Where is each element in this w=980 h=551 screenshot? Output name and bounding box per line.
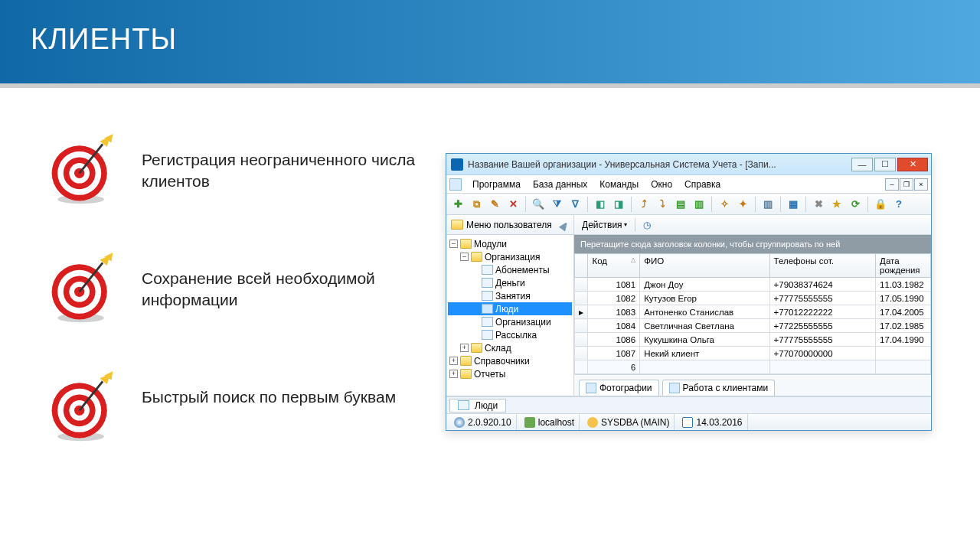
copy-icon[interactable]: ⧉ (468, 196, 485, 213)
bullet-list: Регистрация неограниченного числа клиент… (0, 88, 444, 490)
tree-node-Модули[interactable]: –Модули (448, 237, 572, 250)
tree-node-Абонементы[interactable]: Абонементы (448, 263, 572, 276)
page-icon (482, 317, 493, 327)
expand-icon[interactable] (471, 292, 479, 300)
main-toolbar: ✚⧉✎✕🔍⧩∇◧◨⤴⤵▤▥✧✦▥▦✖★⟳🔒? (446, 194, 931, 215)
data-grid[interactable]: Код △ФИОТелефоны сот.Дата рождения 1081Д… (574, 253, 931, 374)
add-icon[interactable]: ✚ (449, 196, 466, 213)
column-header[interactable]: Дата рождения (876, 254, 931, 278)
detail-tab[interactable]: Фотографии (579, 380, 659, 396)
menu-команды[interactable]: Команды (593, 178, 645, 191)
tab-icon (586, 383, 596, 393)
row-count: 6 (588, 360, 640, 374)
folder-icon (460, 356, 472, 366)
expand-icon[interactable]: – (449, 240, 458, 248)
tools-icon[interactable]: ✖ (810, 196, 827, 213)
expand-icon[interactable] (471, 331, 479, 339)
expand-icon[interactable]: + (449, 357, 458, 365)
table-row[interactable]: 1082Кутузов Егор+7777555555517.05.1990 (575, 292, 931, 305)
search-icon[interactable]: 🔍 (530, 196, 547, 213)
bullet-item: Регистрация неограниченного числа клиент… (46, 134, 429, 207)
minimize-button[interactable]: — (851, 158, 873, 171)
title-bar[interactable]: Название Вашей организации - Универсальн… (446, 154, 931, 175)
expand-icon[interactable]: + (460, 344, 469, 352)
tree-node-Организации[interactable]: Организации (448, 315, 572, 328)
expand-icon[interactable] (471, 279, 479, 287)
row-indicator: ▸ (575, 305, 588, 319)
tree-node-Деньги[interactable]: Деньги (448, 276, 572, 289)
funnel-icon[interactable]: ∇ (567, 196, 583, 213)
menu-база данных[interactable]: База данных (527, 178, 593, 191)
columns-icon[interactable]: ▥ (760, 196, 776, 213)
expand-icon[interactable] (471, 266, 479, 274)
detail-tab[interactable]: Работа с клиентами (662, 380, 776, 396)
filter-icon[interactable]: ⧩ (548, 196, 565, 213)
status-user: SYSDBA (MAIN) (601, 417, 669, 428)
import-icon[interactable]: ⤵ (654, 196, 671, 213)
report-green-icon[interactable]: ▤ (672, 196, 689, 213)
status-date: 14.03.2016 (696, 417, 742, 428)
group-by-hint[interactable]: Перетащите сюда заголовок колонки, чтобы… (574, 235, 931, 253)
bullet-text: Быстрый поиск по первым буквам (142, 371, 396, 408)
report-export-icon[interactable]: ▥ (691, 196, 707, 213)
page-icon (482, 265, 493, 275)
column-header[interactable]: Телефоны сот. (769, 254, 876, 278)
actions-dropdown[interactable]: Действия ▾ (579, 218, 630, 232)
link-parent-icon[interactable]: ◨ (610, 196, 627, 213)
help-icon[interactable]: ? (890, 196, 907, 213)
mdi-close-button[interactable]: × (914, 178, 928, 191)
status-host: localhost (538, 417, 574, 428)
delete-icon[interactable]: ✕ (505, 196, 521, 213)
close-button[interactable]: ✕ (897, 158, 928, 171)
tree-node-Организация[interactable]: –Организация (448, 250, 572, 263)
tree-header[interactable]: Меню пользователя (446, 215, 573, 235)
table-row[interactable]: 1081Джон Доу+7903837462411.03.1982 (575, 278, 931, 292)
history-button[interactable]: ◷ (640, 218, 654, 232)
export-icon[interactable]: ⤴ (635, 196, 652, 213)
maximize-button[interactable]: ☐ (874, 158, 896, 171)
page-icon (482, 304, 493, 314)
cell-id: 1087 (588, 347, 640, 360)
favorite-icon[interactable]: ★ (828, 196, 845, 213)
table-row[interactable]: 1087Некий клиент+77070000000 (575, 347, 931, 360)
tree-node-Рассылка[interactable]: Рассылка (448, 328, 572, 341)
page-icon (482, 291, 493, 301)
folder-icon (471, 343, 482, 353)
column-header[interactable]: Код △ (588, 254, 640, 278)
column-header[interactable]: ФИО (640, 254, 769, 278)
tree-node-Справочники[interactable]: +Справочники (448, 354, 572, 367)
link-child-icon[interactable]: ◧ (592, 196, 609, 213)
cell-name: Кукушкина Ольга (640, 333, 769, 347)
tree-node-Занятия[interactable]: Занятия (448, 289, 572, 302)
menu-окно[interactable]: Окно (645, 178, 678, 191)
expand-icon[interactable] (471, 305, 479, 313)
new-doc-icon[interactable]: ✧ (716, 196, 733, 213)
tab-icon (669, 383, 680, 393)
expand-icon[interactable] (471, 318, 479, 326)
pin-icon[interactable] (559, 218, 571, 231)
table-row[interactable]: ▸1083Антоненко Станислав+7701222222217.0… (575, 305, 931, 319)
tree-node-Склад[interactable]: +Склад (448, 341, 572, 354)
mdi-minimize-button[interactable]: – (885, 178, 899, 191)
menu-справка[interactable]: Справка (678, 178, 727, 191)
tree-node-label: Отчеты (474, 369, 505, 380)
edit-icon[interactable]: ✎ (486, 196, 503, 213)
bullet-text: Регистрация неограниченного числа клиент… (142, 134, 429, 193)
table-row[interactable]: 1086Кукушкина Ольга+7777555555517.04.199… (575, 333, 931, 347)
bookmark-icon[interactable]: ✦ (734, 196, 751, 213)
cell-name: Джон Доу (640, 278, 769, 292)
lock-icon[interactable]: 🔒 (872, 196, 889, 213)
document-tab-bar: Люди (446, 396, 931, 413)
cell-id: 1086 (588, 333, 640, 347)
expand-icon[interactable]: + (449, 370, 458, 378)
menu-программа[interactable]: Программа (466, 178, 527, 191)
tree-node-Люди[interactable]: Люди (448, 302, 572, 315)
tree-node-Отчеты[interactable]: +Отчеты (448, 367, 572, 380)
refresh-icon[interactable]: ⟳ (847, 196, 864, 213)
table-row[interactable]: 1084Светличная Светлана+7722555555517.02… (575, 319, 931, 333)
tree-node-label: Люди (495, 304, 518, 315)
mdi-restore-button[interactable]: ❐ (900, 178, 913, 191)
document-tab[interactable]: Люди (449, 399, 506, 412)
expand-icon[interactable]: – (460, 253, 469, 261)
calendar-icon[interactable]: ▦ (785, 196, 802, 213)
